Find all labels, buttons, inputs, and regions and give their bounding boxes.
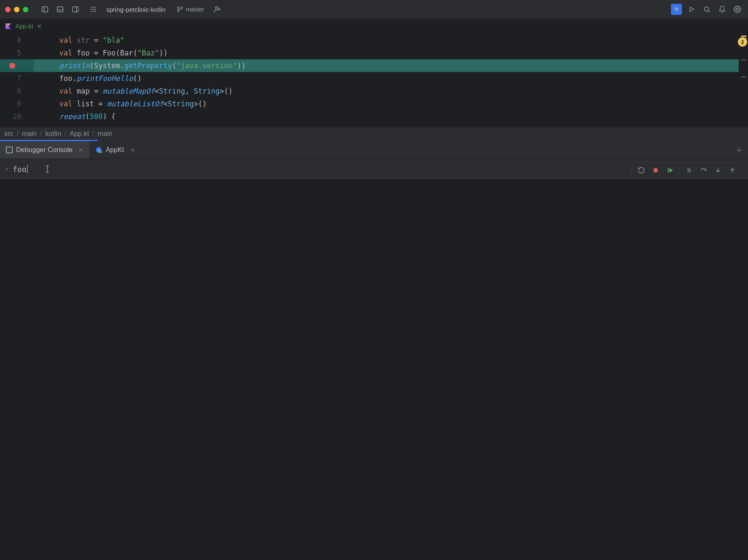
ai-assistant-icon[interactable]: [671, 4, 682, 15]
stripe-marker[interactable]: [741, 36, 746, 37]
line-number[interactable]: 5: [0, 47, 34, 59]
toolbar-separator: [679, 166, 680, 175]
maximize-window-button[interactable]: [23, 7, 28, 12]
breadcrumbs[interactable]: src/main/kotlin/App.kt/main: [0, 127, 748, 140]
tab-debugger-console[interactable]: Debugger Console ✕: [0, 141, 89, 158]
editor[interactable]: 4578910 val str = "bla"val foo = Foo(Bar…: [0, 34, 748, 127]
svg-point-16: [177, 10, 179, 11]
window-controls: [5, 7, 28, 12]
editor-tab-app-kt[interactable]: App.kt ✕: [0, 19, 47, 33]
svg-point-14: [94, 11, 96, 12]
svg-point-11: [94, 9, 96, 10]
line-number[interactable]: 8: [0, 85, 34, 97]
panel-bottom-toggle-icon[interactable]: [55, 4, 66, 15]
java-class-icon: J: [95, 147, 102, 153]
code-line[interactable]: val foo = Foo(Bar("Baz")): [34, 47, 739, 59]
text-cursor-icon: [44, 164, 50, 174]
step-out-button[interactable]: [726, 164, 738, 176]
code-line[interactable]: val map = mutableMapOf<String, String>(): [34, 85, 739, 97]
debug-toolbar: [632, 162, 742, 178]
svg-rect-2: [57, 7, 63, 12]
svg-point-24: [737, 8, 739, 11]
pause-button[interactable]: [683, 164, 695, 176]
svg-point-8: [94, 7, 96, 8]
panel-icon: [6, 147, 13, 153]
notifications-icon[interactable]: [717, 4, 728, 15]
code-line[interactable]: val list = mutableListOf<String>(): [34, 97, 739, 110]
breadcrumb-item[interactable]: main: [98, 130, 113, 138]
breadcrumb-separator: /: [64, 130, 66, 138]
stripe-marker[interactable]: [741, 59, 746, 61]
svg-point-13: [93, 11, 94, 12]
code-line[interactable]: val str = "bla": [34, 34, 739, 47]
line-number[interactable]: 7: [0, 72, 34, 85]
code-line[interactable]: println(System.getProperty("java.version…: [34, 59, 739, 72]
close-window-button[interactable]: [5, 7, 11, 12]
breadcrumb-item[interactable]: App.kt: [70, 130, 89, 138]
stop-button[interactable]: [650, 164, 662, 176]
close-tab-icon[interactable]: ✕: [37, 23, 42, 30]
svg-point-15: [177, 7, 179, 8]
run-icon[interactable]: [686, 4, 697, 15]
resume-button[interactable]: [664, 164, 676, 176]
svg-rect-31: [668, 168, 669, 173]
panel-tab-label: Debugger Console: [16, 146, 72, 154]
stripe-marker[interactable]: [741, 76, 746, 78]
console-input-row[interactable]: foo: [0, 159, 748, 179]
rerun-button[interactable]: [635, 164, 647, 176]
search-icon[interactable]: [701, 4, 712, 15]
minimize-window-button[interactable]: [14, 7, 19, 12]
step-into-button[interactable]: [712, 164, 724, 176]
breadcrumb-separator: /: [40, 130, 42, 138]
code-area[interactable]: val str = "bla"val foo = Foo(Bar("Baz"))…: [34, 34, 739, 123]
project-name[interactable]: spring-petclinic-kotlin: [103, 6, 169, 13]
breadcrumb-item[interactable]: main: [22, 130, 37, 138]
svg-marker-21: [690, 7, 694, 12]
console-output-area[interactable]: [0, 179, 748, 560]
apps-grid-icon[interactable]: [88, 4, 99, 15]
error-stripe[interactable]: 2: [740, 34, 748, 127]
stripe-marker[interactable]: [741, 38, 746, 39]
svg-point-12: [91, 11, 92, 12]
svg-line-23: [708, 11, 709, 12]
breadcrumb-item[interactable]: kotlin: [45, 130, 61, 138]
panel-left-toggle-icon[interactable]: [39, 4, 50, 15]
line-number[interactable]: 4: [0, 34, 34, 47]
step-over-button[interactable]: [698, 164, 709, 176]
debugger-console: foo: [0, 159, 748, 560]
svg-point-7: [93, 7, 94, 8]
breadcrumb-separator: /: [17, 130, 18, 138]
settings-icon[interactable]: [732, 4, 743, 15]
svg-point-18: [215, 7, 218, 9]
svg-text:J: J: [98, 148, 100, 152]
titlebar: spring-petclinic-kotlin master: [0, 0, 748, 19]
breadcrumb-item[interactable]: src: [4, 130, 13, 138]
add-tab-button[interactable]: ＋: [734, 144, 744, 156]
console-prompt-icon: [4, 166, 9, 172]
panel-right-toggle-icon[interactable]: [70, 4, 81, 15]
tool-window-tabs: Debugger Console ✕ J AppKt ✕ ＋: [0, 141, 748, 159]
svg-point-10: [93, 9, 94, 10]
close-tab-icon[interactable]: ✕: [78, 147, 83, 153]
line-number[interactable]: 9: [0, 97, 34, 110]
svg-rect-0: [42, 7, 48, 12]
branch-icon: [177, 6, 183, 13]
line-number[interactable]: 10: [0, 110, 34, 123]
breadcrumb-separator: /: [92, 130, 94, 138]
code-line[interactable]: foo.printFooHello(): [34, 72, 739, 85]
svg-point-9: [91, 9, 92, 10]
editor-tab-filename: App.kt: [15, 22, 33, 30]
svg-point-17: [181, 7, 182, 8]
editor-tabs: App.kt ✕: [0, 19, 748, 34]
breakpoint-gutter[interactable]: [0, 59, 34, 72]
svg-point-22: [704, 7, 709, 11]
close-tab-icon[interactable]: ✕: [130, 147, 135, 153]
svg-rect-4: [72, 7, 78, 12]
add-collaborator-icon[interactable]: [212, 4, 223, 15]
tab-appkt[interactable]: J AppKt ✕: [89, 141, 141, 158]
gutter[interactable]: 4578910: [0, 34, 34, 123]
svg-rect-30: [654, 168, 657, 172]
code-line[interactable]: repeat(500) {: [34, 110, 739, 123]
console-input-text[interactable]: foo: [13, 165, 28, 174]
vcs-branch-widget[interactable]: master: [173, 6, 208, 13]
